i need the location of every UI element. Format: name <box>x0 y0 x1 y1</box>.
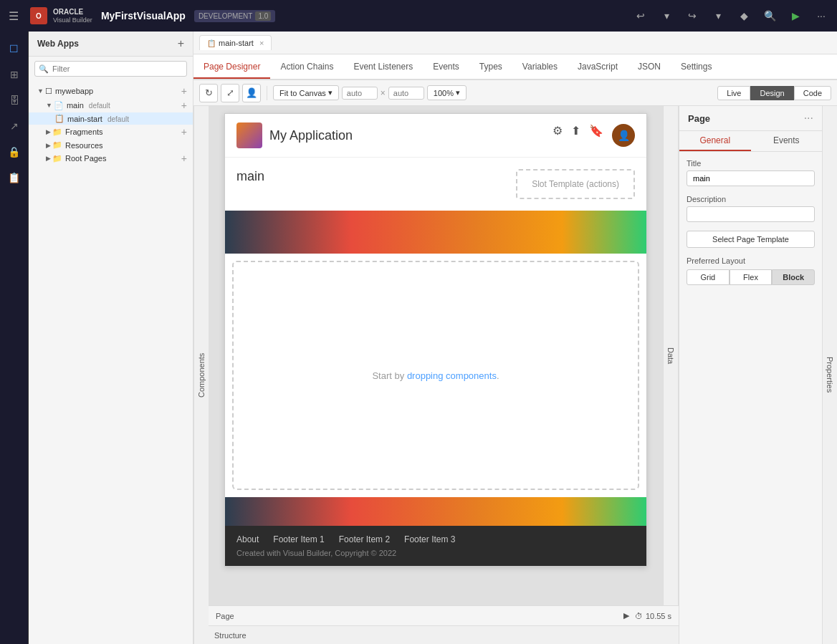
description-field-input[interactable] <box>687 206 815 222</box>
right-panel: Page ··· General Events Title Descript <box>679 106 822 644</box>
right-panel-more-button[interactable]: ··· <box>804 112 813 125</box>
live-button[interactable]: Live <box>717 86 750 100</box>
layout-flex[interactable]: Flex <box>730 269 773 285</box>
height-input[interactable] <box>388 87 424 100</box>
components-panel-label[interactable]: Components <box>193 106 209 644</box>
right-tab-general[interactable]: General <box>679 131 751 151</box>
drop-text: Start by dropping components. <box>372 370 499 381</box>
diamond-icon[interactable]: ◆ <box>734 6 754 26</box>
zoom-dropdown-icon: ▾ <box>456 88 460 97</box>
filter-input[interactable] <box>34 61 187 77</box>
right-panel-tabs: General Events <box>679 131 822 152</box>
tree-item-fragments[interactable]: ▶ 📁 Fragments + <box>29 125 193 139</box>
resources-icon: 📁 <box>52 140 62 150</box>
tab-close-button[interactable]: × <box>259 39 264 47</box>
user-avatar[interactable]: 👤 <box>612 124 635 147</box>
expand-main[interactable]: ▼ <box>46 102 52 109</box>
title-field-label: Title <box>687 159 815 168</box>
main-label: main default <box>67 101 181 110</box>
description-field-group: Description <box>687 195 815 222</box>
data-panel-label[interactable]: Data <box>663 106 679 605</box>
undo-button[interactable]: ↩ <box>631 6 651 26</box>
refresh-button[interactable]: ↻ <box>199 84 218 102</box>
rail-nav[interactable]: ↗ <box>3 115 26 138</box>
title-field-input[interactable] <box>687 170 815 186</box>
root-pages-icon: 📁 <box>52 154 62 163</box>
tab-main-start[interactable]: 📋 main-start × <box>199 35 272 50</box>
app-title: MyFirstVisualApp <box>101 10 186 21</box>
tab-variables[interactable]: Variables <box>512 56 568 79</box>
tab-javascript[interactable]: JavaScript <box>568 56 628 79</box>
tab-events[interactable]: Events <box>423 56 469 79</box>
rail-settings[interactable]: 📋 <box>3 166 26 189</box>
tree-item-resources[interactable]: ▶ 📁 Resources <box>29 139 193 151</box>
tab-settings[interactable]: Settings <box>671 56 722 79</box>
tab-page-designer[interactable]: Page Designer <box>193 56 270 79</box>
rail-security[interactable]: 🔒 <box>3 140 26 163</box>
footer-item-3[interactable]: Footer Item 3 <box>404 534 455 544</box>
redo-button[interactable]: ↪ <box>682 6 702 26</box>
app-title-text: My Application <box>269 128 553 143</box>
code-button[interactable]: Code <box>794 86 831 100</box>
tree-item-mywebapp[interactable]: ▼ ☐ mywebapp + <box>29 84 193 98</box>
undo-dropdown[interactable]: ▾ <box>656 6 676 26</box>
add-webapp-button[interactable]: + <box>178 37 184 50</box>
redo-dropdown[interactable]: ▾ <box>708 6 728 26</box>
app-logo <box>236 122 262 148</box>
structure-panel-label[interactable]: Structure <box>214 631 247 640</box>
width-input[interactable] <box>342 87 378 100</box>
tree-item-main-start[interactable]: 📋 main-start default <box>29 112 193 125</box>
drop-link[interactable]: dropping components <box>407 370 497 381</box>
user-context-button[interactable]: 👤 <box>242 84 261 102</box>
drop-area[interactable]: Start by dropping components. <box>232 261 639 490</box>
canvas-area: My Application ⚙ ⬆ 🔖 👤 <box>209 106 663 605</box>
properties-panel-label[interactable]: Properties <box>822 106 837 644</box>
rail-data[interactable]: 🗄 <box>3 89 26 112</box>
footer-about[interactable]: About <box>236 534 259 544</box>
layout-grid[interactable]: Grid <box>687 269 730 285</box>
footer-item-2[interactable]: Footer Item 2 <box>339 534 390 544</box>
run-button[interactable]: ▶ <box>785 6 805 26</box>
tab-action-chains[interactable]: Action Chains <box>270 56 343 79</box>
fit-to-canvas-button[interactable]: Fit to Canvas ▾ <box>273 85 339 100</box>
sidebar-filter-area: 🔍 <box>29 57 193 81</box>
topbar-icons: ↩ ▾ ↪ ▾ ◆ 🔍 ▶ ··· <box>631 6 831 26</box>
tree-item-root-pages[interactable]: ▶ 📁 Root Pages + <box>29 151 193 165</box>
app-header-icons: ⚙ ⬆ 🔖 👤 <box>553 124 635 147</box>
tab-types[interactable]: Types <box>469 56 512 79</box>
timer: ⏱ 10.55 s <box>635 612 671 620</box>
expand-root-pages[interactable]: ▶ <box>46 155 51 162</box>
breadcrumb: Page <box>216 612 618 620</box>
select-page-template-button[interactable]: Select Page Template <box>687 231 815 248</box>
add-fragment[interactable]: + <box>181 126 187 138</box>
layout-buttons: Grid Flex Block <box>687 269 815 285</box>
layout-block[interactable]: Block <box>772 269 815 285</box>
tab-json[interactable]: JSON <box>628 56 671 79</box>
add-to-mywebapp[interactable]: + <box>181 85 187 97</box>
search-icon[interactable]: 🔍 <box>760 6 780 26</box>
banner-image-2 <box>225 497 646 526</box>
hamburger-menu[interactable]: ☰ <box>6 6 21 26</box>
expand-resources[interactable]: ▶ <box>46 142 51 149</box>
tree-item-main[interactable]: ▼ 📄 main default + <box>29 98 193 112</box>
add-root-page[interactable]: + <box>181 153 187 164</box>
right-panel-content: Title Description Select Page Template P… <box>679 152 822 644</box>
design-button[interactable]: Design <box>750 86 793 100</box>
expand-mywebapp[interactable]: ▼ <box>37 87 44 95</box>
tab-event-listeners[interactable]: Event Listeners <box>343 56 423 79</box>
more-menu[interactable]: ··· <box>811 6 831 26</box>
share-icon[interactable]: ⬆ <box>571 124 580 147</box>
rail-components[interactable]: ⊞ <box>3 63 26 86</box>
zoom-button[interactable]: 100% ▾ <box>427 85 467 100</box>
pan-button[interactable]: ⤢ <box>221 84 239 102</box>
footer-item-1[interactable]: Footer Item 1 <box>273 534 324 544</box>
bookmark-icon[interactable]: 🔖 <box>589 124 603 147</box>
fit-to-canvas-label: Fit to Canvas <box>279 89 326 97</box>
right-tab-events[interactable]: Events <box>751 131 823 151</box>
add-to-main[interactable]: + <box>181 100 187 111</box>
expand-fragments[interactable]: ▶ <box>46 128 51 135</box>
rail-pages[interactable]: ☐ <box>3 37 26 60</box>
settings-icon[interactable]: ⚙ <box>553 124 563 147</box>
brand-sub: Visual Builder <box>53 16 92 24</box>
mode-group: Live Design Code <box>717 86 831 100</box>
